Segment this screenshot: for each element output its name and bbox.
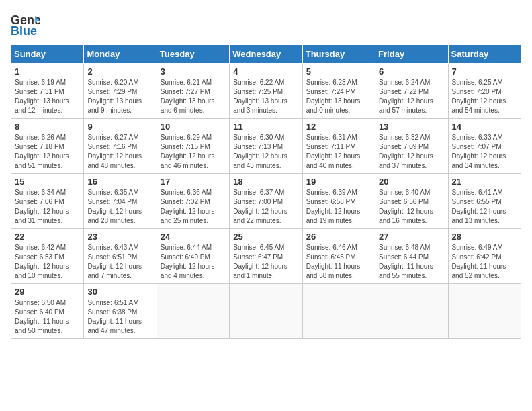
daylight-label: Daylight: 12 hours and 16 minutes. xyxy=(379,208,433,224)
day-info: Sunrise: 6:29 AM Sunset: 7:15 PM Dayligh… xyxy=(161,133,226,171)
sunrise-label: Sunrise: 6:34 AM xyxy=(15,189,66,196)
day-info: Sunrise: 6:39 AM Sunset: 6:58 PM Dayligh… xyxy=(306,188,371,226)
day-number: 25 xyxy=(233,232,298,242)
day-number: 6 xyxy=(379,66,444,77)
day-info: Sunrise: 6:40 AM Sunset: 6:56 PM Dayligh… xyxy=(379,188,444,226)
daylight-label: Daylight: 12 hours and 22 minutes. xyxy=(233,208,287,224)
calendar-day-cell: 3 Sunrise: 6:21 AM Sunset: 7:27 PM Dayli… xyxy=(157,64,229,119)
calendar-day-cell: 8 Sunrise: 6:26 AM Sunset: 7:18 PM Dayli… xyxy=(11,119,84,174)
sunset-label: Sunset: 7:18 PM xyxy=(15,143,64,150)
sunrise-label: Sunrise: 6:44 AM xyxy=(161,244,212,251)
day-number: 14 xyxy=(452,122,517,132)
calendar-day-cell xyxy=(448,284,521,339)
sunset-label: Sunset: 7:16 PM xyxy=(87,143,137,150)
calendar-week-row: 29 Sunrise: 6:50 AM Sunset: 6:40 PM Dayl… xyxy=(11,284,521,339)
daylight-label: Daylight: 11 hours and 55 minutes. xyxy=(379,263,433,279)
calendar-day-cell: 19 Sunrise: 6:39 AM Sunset: 6:58 PM Dayl… xyxy=(302,174,375,229)
day-number: 13 xyxy=(379,122,444,132)
calendar-week-row: 22 Sunrise: 6:42 AM Sunset: 6:53 PM Dayl… xyxy=(11,229,521,284)
sunrise-label: Sunrise: 6:29 AM xyxy=(161,134,212,141)
calendar-day-cell: 18 Sunrise: 6:37 AM Sunset: 7:00 PM Dayl… xyxy=(230,174,302,229)
sunset-label: Sunset: 7:31 PM xyxy=(15,88,64,95)
day-number: 2 xyxy=(87,66,152,77)
sunrise-label: Sunrise: 6:22 AM xyxy=(233,79,284,86)
day-number: 26 xyxy=(306,232,371,242)
daylight-label: Daylight: 12 hours and 37 minutes. xyxy=(379,152,433,169)
day-number: 15 xyxy=(15,177,80,187)
daylight-label: Daylight: 12 hours and 43 minutes. xyxy=(233,152,287,169)
sunset-label: Sunset: 6:47 PM xyxy=(233,253,283,261)
daylight-label: Daylight: 12 hours and 34 minutes. xyxy=(452,152,506,169)
day-info: Sunrise: 6:33 AM Sunset: 7:07 PM Dayligh… xyxy=(452,133,517,171)
sunset-label: Sunset: 6:42 PM xyxy=(452,253,502,261)
calendar-day-cell: 16 Sunrise: 6:35 AM Sunset: 7:04 PM Dayl… xyxy=(84,174,157,229)
sunrise-label: Sunrise: 6:23 AM xyxy=(306,79,357,86)
daylight-label: Daylight: 12 hours and 13 minutes. xyxy=(452,208,506,224)
calendar-week-row: 15 Sunrise: 6:34 AM Sunset: 7:06 PM Dayl… xyxy=(11,174,521,229)
day-number: 3 xyxy=(161,66,226,77)
calendar-header-row: Sunday Monday Tuesday Wednesday Thursday… xyxy=(11,45,521,64)
sunset-label: Sunset: 6:38 PM xyxy=(87,308,137,316)
day-info: Sunrise: 6:21 AM Sunset: 7:27 PM Dayligh… xyxy=(161,78,226,116)
day-number: 7 xyxy=(452,66,517,77)
daylight-label: Daylight: 12 hours and 1 minute. xyxy=(233,263,287,279)
sunset-label: Sunset: 7:02 PM xyxy=(161,198,210,205)
daylight-label: Daylight: 11 hours and 50 minutes. xyxy=(15,318,69,334)
sunset-label: Sunset: 7:27 PM xyxy=(161,88,210,95)
daylight-label: Daylight: 11 hours and 58 minutes. xyxy=(306,263,361,279)
calendar-day-cell xyxy=(375,284,448,339)
daylight-label: Daylight: 12 hours and 46 minutes. xyxy=(161,152,215,169)
daylight-label: Daylight: 12 hours and 48 minutes. xyxy=(87,152,142,169)
daylight-label: Daylight: 12 hours and 54 minutes. xyxy=(452,97,506,114)
day-info: Sunrise: 6:32 AM Sunset: 7:09 PM Dayligh… xyxy=(379,133,444,171)
day-number: 4 xyxy=(233,66,298,77)
daylight-label: Daylight: 12 hours and 4 minutes. xyxy=(161,263,215,279)
sunrise-label: Sunrise: 6:37 AM xyxy=(233,189,284,196)
sunset-label: Sunset: 7:29 PM xyxy=(87,88,137,95)
day-info: Sunrise: 6:50 AM Sunset: 6:40 PM Dayligh… xyxy=(15,298,80,336)
sunset-label: Sunset: 7:22 PM xyxy=(379,88,429,95)
col-thursday: Thursday xyxy=(302,45,375,64)
calendar-day-cell: 21 Sunrise: 6:41 AM Sunset: 6:55 PM Dayl… xyxy=(448,174,521,229)
sunrise-label: Sunrise: 6:35 AM xyxy=(87,189,138,196)
daylight-label: Daylight: 11 hours and 47 minutes. xyxy=(87,318,142,334)
calendar-day-cell: 27 Sunrise: 6:48 AM Sunset: 6:44 PM Dayl… xyxy=(375,229,448,284)
sunset-label: Sunset: 6:56 PM xyxy=(379,198,429,205)
calendar-day-cell: 25 Sunrise: 6:45 AM Sunset: 6:47 PM Dayl… xyxy=(230,229,302,284)
sunrise-label: Sunrise: 6:49 AM xyxy=(452,244,503,251)
calendar-day-cell: 6 Sunrise: 6:24 AM Sunset: 7:22 PM Dayli… xyxy=(375,64,448,119)
sunset-label: Sunset: 6:55 PM xyxy=(452,198,502,205)
sunset-label: Sunset: 7:20 PM xyxy=(452,88,502,95)
day-info: Sunrise: 6:30 AM Sunset: 7:13 PM Dayligh… xyxy=(233,133,298,171)
day-info: Sunrise: 6:25 AM Sunset: 7:20 PM Dayligh… xyxy=(452,78,517,116)
day-info: Sunrise: 6:34 AM Sunset: 7:06 PM Dayligh… xyxy=(15,188,80,226)
col-monday: Monday xyxy=(84,45,157,64)
sunrise-label: Sunrise: 6:46 AM xyxy=(306,244,357,251)
day-number: 29 xyxy=(15,287,80,297)
calendar-day-cell: 26 Sunrise: 6:46 AM Sunset: 6:45 PM Dayl… xyxy=(302,229,375,284)
sunrise-label: Sunrise: 6:39 AM xyxy=(306,189,357,196)
page-header: General Blue xyxy=(11,11,521,38)
sunrise-label: Sunrise: 6:40 AM xyxy=(379,189,430,196)
sunset-label: Sunset: 7:04 PM xyxy=(87,198,137,205)
calendar-day-cell: 17 Sunrise: 6:36 AM Sunset: 7:02 PM Dayl… xyxy=(157,174,229,229)
calendar-day-cell: 28 Sunrise: 6:49 AM Sunset: 6:42 PM Dayl… xyxy=(448,229,521,284)
day-info: Sunrise: 6:35 AM Sunset: 7:04 PM Dayligh… xyxy=(87,188,152,226)
daylight-label: Daylight: 12 hours and 40 minutes. xyxy=(306,152,361,169)
day-number: 23 xyxy=(87,232,152,242)
day-info: Sunrise: 6:26 AM Sunset: 7:18 PM Dayligh… xyxy=(15,133,80,171)
sunset-label: Sunset: 7:25 PM xyxy=(233,88,283,95)
daylight-label: Daylight: 12 hours and 51 minutes. xyxy=(15,152,69,169)
day-number: 19 xyxy=(306,177,371,187)
sunset-label: Sunset: 6:53 PM xyxy=(15,253,64,261)
day-info: Sunrise: 6:43 AM Sunset: 6:51 PM Dayligh… xyxy=(87,243,152,281)
calendar-week-row: 8 Sunrise: 6:26 AM Sunset: 7:18 PM Dayli… xyxy=(11,119,521,174)
daylight-label: Daylight: 13 hours and 0 minutes. xyxy=(306,97,361,114)
daylight-label: Daylight: 12 hours and 10 minutes. xyxy=(15,263,69,279)
daylight-label: Daylight: 13 hours and 9 minutes. xyxy=(87,97,142,114)
day-number: 20 xyxy=(379,177,444,187)
calendar-day-cell: 2 Sunrise: 6:20 AM Sunset: 7:29 PM Dayli… xyxy=(84,64,157,119)
day-number: 22 xyxy=(15,232,80,242)
day-number: 24 xyxy=(161,232,226,242)
col-saturday: Saturday xyxy=(448,45,521,64)
